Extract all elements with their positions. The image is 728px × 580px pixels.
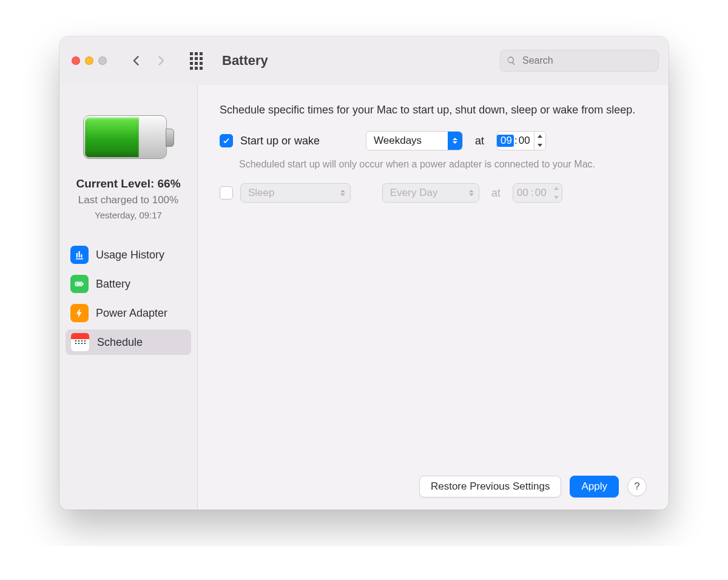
- sidebar-item-usage-history[interactable]: Usage History: [66, 242, 191, 268]
- stepper-down[interactable]: [534, 141, 545, 150]
- footer: Restore Previous Settings Apply ?: [220, 476, 647, 497]
- search-field[interactable]: [500, 50, 659, 72]
- sidebar: Current Level: 66% Last charged to 100% …: [59, 85, 198, 510]
- battery-fill-icon: [85, 117, 140, 157]
- window-body: Current Level: 66% Last charged to 100% …: [59, 85, 669, 510]
- battery-body-icon: [83, 115, 167, 159]
- startup-time-input[interactable]: 09 : 00: [496, 131, 546, 150]
- apply-button[interactable]: Apply: [570, 476, 619, 497]
- startup-row: Start up or wake Weekdays at 09 : 00: [220, 131, 647, 150]
- calendar-icon: [70, 332, 90, 352]
- last-charged-time: Yesterday, 09:17: [95, 210, 162, 220]
- back-button[interactable]: [127, 52, 146, 70]
- updown-icon: [448, 132, 462, 150]
- sleep-checkbox[interactable]: [220, 186, 233, 200]
- stepper-up[interactable]: [534, 132, 545, 141]
- close-window-button[interactable]: [72, 56, 80, 65]
- window-title: Battery: [222, 53, 268, 69]
- svg-rect-1: [83, 283, 84, 285]
- schedule-description: Schedule specific times for your Mac to …: [220, 102, 647, 118]
- battery-icon: [70, 275, 89, 293]
- grid-icon: [190, 52, 203, 70]
- forward-button[interactable]: [152, 52, 170, 70]
- traffic-lights: [72, 56, 107, 65]
- sleep-time-input[interactable]: 00 : 00: [513, 183, 562, 203]
- titlebar: Battery: [59, 36, 669, 85]
- stepper-up[interactable]: [551, 184, 562, 193]
- svg-rect-2: [76, 283, 81, 285]
- search-icon: [507, 56, 516, 66]
- bolt-icon: [70, 304, 89, 322]
- fullscreen-window-button[interactable]: [98, 56, 107, 65]
- preferences-window: Battery Current Level: 66% Last charged …: [59, 36, 669, 510]
- at-label: at: [491, 187, 500, 200]
- startup-label: Start up or wake: [240, 135, 320, 147]
- startup-note: Scheduled start up will only occur when …: [239, 159, 647, 170]
- check-icon: [222, 137, 231, 145]
- sidebar-item-schedule[interactable]: Schedule: [66, 329, 191, 355]
- minimize-window-button[interactable]: [85, 56, 93, 65]
- time-stepper[interactable]: [550, 184, 562, 202]
- chart-icon: [70, 246, 89, 264]
- sleep-row: Sleep Every Day at 00 :: [220, 183, 647, 203]
- help-button[interactable]: ?: [627, 477, 647, 496]
- startup-checkbox[interactable]: [220, 134, 233, 147]
- main-pane: Schedule specific times for your Mac to …: [198, 85, 669, 510]
- time-colon: :: [530, 187, 534, 199]
- last-charged-label: Last charged to 100%: [78, 194, 178, 206]
- updown-icon: [335, 184, 350, 202]
- sidebar-item-battery[interactable]: Battery: [66, 271, 191, 297]
- time-stepper[interactable]: [534, 132, 545, 150]
- sidebar-item-power-adapter[interactable]: Power Adapter: [66, 300, 191, 326]
- updown-icon: [464, 184, 479, 202]
- time-colon: :: [514, 135, 518, 147]
- startup-day-select[interactable]: Weekdays: [366, 131, 463, 150]
- minute-segment[interactable]: 00: [534, 187, 550, 199]
- show-all-prefs-button[interactable]: [187, 52, 205, 70]
- minute-segment[interactable]: 00: [518, 135, 534, 147]
- sidebar-item-label: Power Adapter: [96, 307, 167, 320]
- sidebar-item-label: Usage History: [96, 249, 164, 261]
- sidebar-list: Usage History Battery Power Adapter: [59, 242, 197, 355]
- chevron-right-icon: [155, 55, 167, 67]
- sidebar-item-label: Battery: [96, 278, 130, 291]
- sidebar-item-label: Schedule: [97, 336, 143, 349]
- battery-illustration: [83, 115, 174, 159]
- select-value: Every Day: [383, 187, 445, 199]
- search-input[interactable]: [521, 55, 652, 67]
- hour-segment[interactable]: 00: [513, 187, 530, 199]
- hour-segment[interactable]: 09: [497, 135, 514, 147]
- battery-tip-icon: [166, 129, 174, 147]
- chevron-left-icon: [130, 55, 143, 67]
- sleep-action-select[interactable]: Sleep: [240, 183, 351, 203]
- current-level-label: Current Level: 66%: [76, 177, 180, 191]
- at-label: at: [475, 135, 484, 147]
- stepper-down[interactable]: [551, 193, 562, 202]
- select-value: Sleep: [241, 187, 281, 199]
- select-value: Weekdays: [366, 135, 429, 147]
- restore-button[interactable]: Restore Previous Settings: [419, 476, 562, 497]
- sleep-day-select[interactable]: Every Day: [382, 183, 479, 203]
